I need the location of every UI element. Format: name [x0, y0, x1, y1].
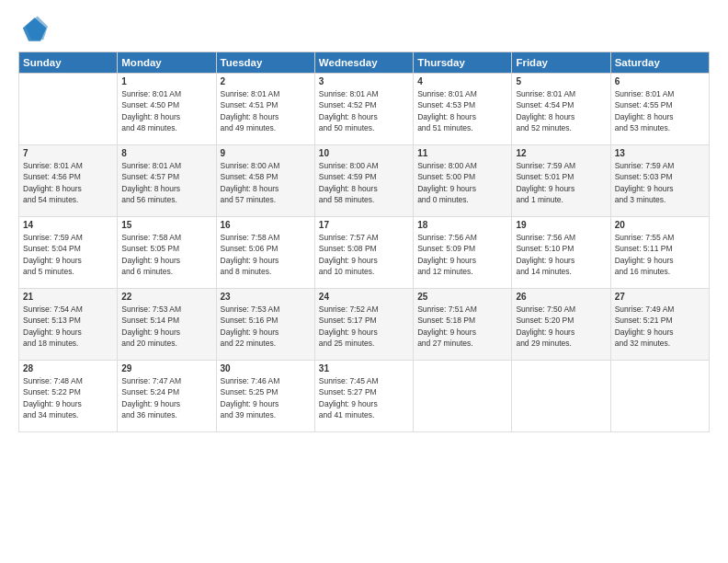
day-number: 8: [121, 148, 211, 158]
day-info: Sunrise: 7:53 AM Sunset: 5:16 PM Dayligh…: [221, 304, 311, 349]
logo-icon: [18, 15, 48, 44]
day-info: Sunrise: 7:48 AM Sunset: 5:22 PM Dayligh…: [23, 375, 113, 420]
day-number: 26: [516, 292, 606, 302]
calendar-table: SundayMondayTuesdayWednesdayThursdayFrid…: [18, 52, 710, 432]
day-cell: 22Sunrise: 7:53 AM Sunset: 5:14 PM Dayli…: [118, 289, 216, 361]
day-number: 28: [23, 363, 113, 373]
day-info: Sunrise: 7:50 AM Sunset: 5:20 PM Dayligh…: [516, 304, 606, 349]
day-info: Sunrise: 7:58 AM Sunset: 5:05 PM Dayligh…: [121, 232, 211, 277]
col-header-thursday: Thursday: [414, 52, 512, 74]
day-number: 10: [319, 148, 409, 158]
day-number: 21: [23, 292, 113, 302]
day-number: 27: [615, 292, 705, 302]
day-info: Sunrise: 7:59 AM Sunset: 5:01 PM Dayligh…: [516, 160, 606, 205]
day-number: 23: [221, 292, 311, 302]
day-info: Sunrise: 7:58 AM Sunset: 5:06 PM Dayligh…: [221, 232, 311, 277]
day-cell: 23Sunrise: 7:53 AM Sunset: 5:16 PM Dayli…: [216, 289, 314, 361]
day-info: Sunrise: 7:53 AM Sunset: 5:14 PM Dayligh…: [121, 304, 211, 349]
day-info: Sunrise: 8:01 AM Sunset: 4:52 PM Dayligh…: [319, 88, 409, 133]
day-number: 3: [319, 76, 409, 86]
day-number: 1: [121, 76, 211, 86]
day-number: 4: [417, 76, 507, 86]
page: SundayMondayTuesdayWednesdayThursdayFrid…: [0, 0, 728, 563]
day-cell: 12Sunrise: 7:59 AM Sunset: 5:01 PM Dayli…: [512, 145, 610, 217]
day-info: Sunrise: 7:45 AM Sunset: 5:27 PM Dayligh…: [319, 375, 409, 420]
day-number: 24: [319, 292, 409, 302]
day-cell: 15Sunrise: 7:58 AM Sunset: 5:05 PM Dayli…: [118, 217, 216, 289]
day-number: 18: [417, 220, 507, 230]
day-number: 14: [23, 220, 113, 230]
day-info: Sunrise: 7:47 AM Sunset: 5:24 PM Dayligh…: [121, 375, 211, 420]
day-number: 25: [417, 292, 507, 302]
day-cell: 14Sunrise: 7:59 AM Sunset: 5:04 PM Dayli…: [19, 217, 118, 289]
day-number: 22: [121, 292, 211, 302]
day-cell: 3Sunrise: 8:01 AM Sunset: 4:52 PM Daylig…: [314, 74, 413, 145]
day-number: 11: [417, 148, 507, 158]
day-number: 16: [221, 220, 311, 230]
day-info: Sunrise: 8:01 AM Sunset: 4:51 PM Dayligh…: [221, 88, 311, 133]
day-info: Sunrise: 8:01 AM Sunset: 4:57 PM Dayligh…: [121, 160, 211, 205]
day-cell: [19, 74, 118, 145]
day-info: Sunrise: 7:54 AM Sunset: 5:13 PM Dayligh…: [23, 304, 113, 349]
day-cell: 7Sunrise: 8:01 AM Sunset: 4:56 PM Daylig…: [19, 145, 118, 217]
day-cell: [414, 361, 512, 432]
col-header-sunday: Sunday: [19, 52, 118, 74]
day-info: Sunrise: 8:00 AM Sunset: 4:58 PM Dayligh…: [221, 160, 311, 205]
col-header-wednesday: Wednesday: [314, 52, 413, 74]
day-cell: 21Sunrise: 7:54 AM Sunset: 5:13 PM Dayli…: [19, 289, 118, 361]
col-header-friday: Friday: [512, 52, 610, 74]
day-cell: 10Sunrise: 8:00 AM Sunset: 4:59 PM Dayli…: [314, 145, 413, 217]
day-info: Sunrise: 7:57 AM Sunset: 5:08 PM Dayligh…: [319, 232, 409, 277]
col-header-saturday: Saturday: [610, 52, 709, 74]
day-cell: 31Sunrise: 7:45 AM Sunset: 5:27 PM Dayli…: [314, 361, 413, 432]
day-cell: 5Sunrise: 8:01 AM Sunset: 4:54 PM Daylig…: [512, 74, 610, 145]
day-cell: 16Sunrise: 7:58 AM Sunset: 5:06 PM Dayli…: [216, 217, 314, 289]
day-number: 6: [615, 76, 705, 86]
day-info: Sunrise: 7:59 AM Sunset: 5:03 PM Dayligh…: [615, 160, 705, 205]
day-number: 30: [221, 363, 311, 373]
week-row-1: 1Sunrise: 8:01 AM Sunset: 4:50 PM Daylig…: [19, 74, 710, 145]
day-info: Sunrise: 8:01 AM Sunset: 4:50 PM Dayligh…: [121, 88, 211, 133]
day-info: Sunrise: 8:00 AM Sunset: 5:00 PM Dayligh…: [417, 160, 507, 205]
week-row-2: 7Sunrise: 8:01 AM Sunset: 4:56 PM Daylig…: [19, 145, 710, 217]
logo: [18, 15, 51, 44]
day-cell: 6Sunrise: 8:01 AM Sunset: 4:55 PM Daylig…: [610, 74, 709, 145]
day-cell: 17Sunrise: 7:57 AM Sunset: 5:08 PM Dayli…: [314, 217, 413, 289]
day-info: Sunrise: 7:56 AM Sunset: 5:09 PM Dayligh…: [417, 232, 507, 277]
day-cell: 29Sunrise: 7:47 AM Sunset: 5:24 PM Dayli…: [118, 361, 216, 432]
day-info: Sunrise: 8:00 AM Sunset: 4:59 PM Dayligh…: [319, 160, 409, 205]
day-info: Sunrise: 8:01 AM Sunset: 4:54 PM Dayligh…: [516, 88, 606, 133]
day-info: Sunrise: 7:55 AM Sunset: 5:11 PM Dayligh…: [615, 232, 705, 277]
day-info: Sunrise: 7:46 AM Sunset: 5:25 PM Dayligh…: [221, 375, 311, 420]
day-number: 7: [23, 148, 113, 158]
header-row: SundayMondayTuesdayWednesdayThursdayFrid…: [19, 52, 710, 74]
col-header-monday: Monday: [118, 52, 216, 74]
day-info: Sunrise: 7:52 AM Sunset: 5:17 PM Dayligh…: [319, 304, 409, 349]
day-cell: 25Sunrise: 7:51 AM Sunset: 5:18 PM Dayli…: [414, 289, 512, 361]
week-row-5: 28Sunrise: 7:48 AM Sunset: 5:22 PM Dayli…: [19, 361, 710, 432]
day-info: Sunrise: 7:56 AM Sunset: 5:10 PM Dayligh…: [516, 232, 606, 277]
day-number: 15: [121, 220, 211, 230]
day-cell: 28Sunrise: 7:48 AM Sunset: 5:22 PM Dayli…: [19, 361, 118, 432]
day-cell: 9Sunrise: 8:00 AM Sunset: 4:58 PM Daylig…: [216, 145, 314, 217]
day-cell: 2Sunrise: 8:01 AM Sunset: 4:51 PM Daylig…: [216, 74, 314, 145]
day-cell: 1Sunrise: 8:01 AM Sunset: 4:50 PM Daylig…: [118, 74, 216, 145]
day-cell: 26Sunrise: 7:50 AM Sunset: 5:20 PM Dayli…: [512, 289, 610, 361]
day-cell: [512, 361, 610, 432]
day-number: 12: [516, 148, 606, 158]
day-info: Sunrise: 8:01 AM Sunset: 4:56 PM Dayligh…: [23, 160, 113, 205]
day-info: Sunrise: 7:51 AM Sunset: 5:18 PM Dayligh…: [417, 304, 507, 349]
day-cell: 11Sunrise: 8:00 AM Sunset: 5:00 PM Dayli…: [414, 145, 512, 217]
day-cell: 8Sunrise: 8:01 AM Sunset: 4:57 PM Daylig…: [118, 145, 216, 217]
day-info: Sunrise: 8:01 AM Sunset: 4:55 PM Dayligh…: [615, 88, 705, 133]
day-number: 2: [221, 76, 311, 86]
week-row-4: 21Sunrise: 7:54 AM Sunset: 5:13 PM Dayli…: [19, 289, 710, 361]
day-cell: 27Sunrise: 7:49 AM Sunset: 5:21 PM Dayli…: [610, 289, 709, 361]
day-number: 29: [121, 363, 211, 373]
col-header-tuesday: Tuesday: [216, 52, 314, 74]
day-number: 5: [516, 76, 606, 86]
day-info: Sunrise: 8:01 AM Sunset: 4:53 PM Dayligh…: [417, 88, 507, 133]
day-cell: 13Sunrise: 7:59 AM Sunset: 5:03 PM Dayli…: [610, 145, 709, 217]
day-number: 20: [615, 220, 705, 230]
day-cell: 20Sunrise: 7:55 AM Sunset: 5:11 PM Dayli…: [610, 217, 709, 289]
